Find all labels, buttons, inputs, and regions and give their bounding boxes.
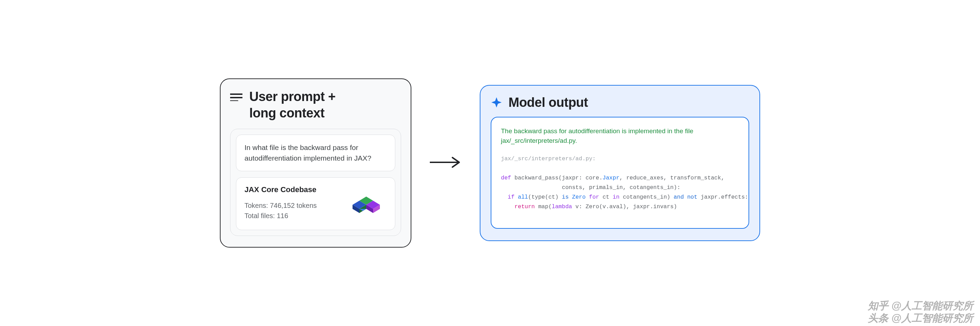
arrow-right	[428, 155, 463, 171]
zero-1: Zero	[569, 194, 589, 200]
fn-sig-2: , reduce_axes, transform_stack,	[620, 175, 725, 181]
user-prompt-panel: User prompt + long context In what file …	[220, 78, 411, 248]
prompt-text: In what file is the backward pass for au…	[245, 144, 371, 161]
output-answer-text: The backward pass for autodifferentiatio…	[501, 126, 739, 146]
lambda-body: v: Zero(v.aval), jaxpr.invars)	[572, 203, 677, 210]
code-block: jax/_src/interpreters/ad.py: def backwar…	[501, 154, 739, 212]
right-panel-title: Model output	[509, 95, 588, 110]
left-header: User prompt + long context	[230, 89, 401, 121]
title-line-2: long context	[249, 106, 325, 120]
arrow-right-icon	[428, 155, 463, 169]
kw-is: is	[562, 194, 569, 200]
fn-sig-3: consts, primals_in, cotangents_in):	[501, 184, 681, 191]
output-box: The backward pass for autodifferentiatio…	[491, 117, 749, 229]
kw-all: all	[518, 194, 528, 200]
kw-for: for	[589, 194, 600, 200]
effects: jaxpr.effects:	[697, 194, 748, 200]
left-panel-title: User prompt + long context	[249, 89, 336, 121]
fn-sig-1: backward_pass(jaxpr: core.	[511, 175, 603, 181]
watermark-line-2: 头条 @人工智能研究所	[868, 312, 973, 324]
watermark: 知乎 @人工智能研究所 头条 @人工智能研究所	[868, 300, 973, 324]
model-output-panel: Model output The backward pass for autod…	[480, 85, 760, 241]
prompt-lines-icon	[230, 93, 242, 101]
kw-in: in	[613, 194, 620, 200]
right-header: Model output	[491, 95, 749, 110]
kw-def: def	[501, 175, 511, 181]
jax-logo-icon	[346, 192, 387, 216]
prompt-context-group: In what file is the backward pass for au…	[230, 129, 401, 236]
kw-not: not	[684, 194, 698, 200]
kw-lambda: lambda	[552, 203, 572, 210]
map-open: map(	[535, 203, 552, 210]
prompt-question-box: In what file is the backward pass for au…	[236, 134, 395, 171]
code-file-path: jax/_src/interpreters/ad.py:	[501, 155, 596, 162]
cot-in: cotangents_in)	[620, 194, 674, 200]
codebase-box: JAX Core Codebase Tokens: 746,152 tokens…	[236, 177, 395, 230]
watermark-line-1: 知乎 @人工智能研究所	[868, 300, 973, 312]
kw-if: if	[508, 194, 515, 200]
kw-return: return	[515, 203, 535, 210]
title-line-1: User prompt +	[249, 89, 336, 104]
paren-open: (type(ct)	[528, 194, 562, 200]
kw-type-jaxpr: Jaxpr	[603, 175, 620, 181]
ct-var: ct	[599, 194, 613, 200]
kw-and: and	[674, 194, 684, 200]
sparkle-icon	[491, 97, 502, 108]
